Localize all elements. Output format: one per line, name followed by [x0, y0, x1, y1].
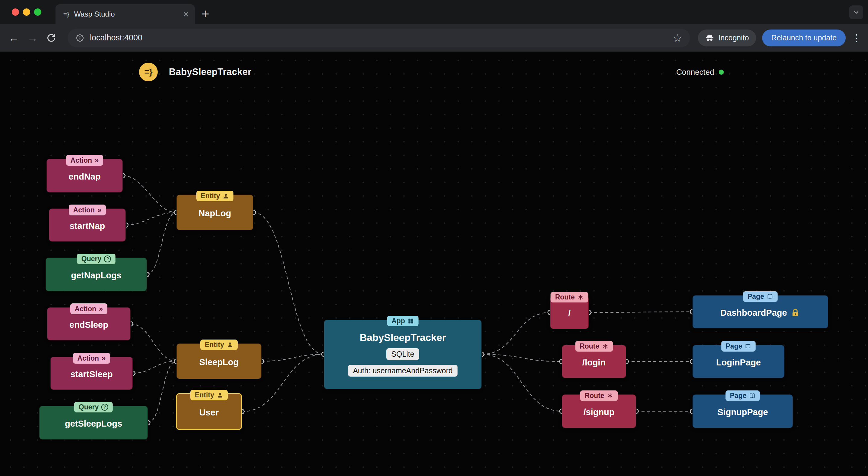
node-query-getSleepLogs[interactable]: Query ? getSleepLogs	[39, 406, 148, 440]
wasp-studio-canvas[interactable]: =} BabySleepTracker Connected	[0, 52, 868, 476]
badge-label: Route	[585, 392, 604, 400]
wasp-logo-glyph: =}	[144, 67, 152, 77]
badge-label: Page	[726, 342, 742, 351]
edge-app-routeroot	[482, 312, 550, 354]
edge-getsleeplogs-sleeplog	[148, 361, 177, 423]
browser-toolbar: ← → localhost:4000 ☆ Incognito Relaunch …	[0, 24, 868, 52]
node-title: User	[199, 408, 219, 417]
bookmark-star-icon[interactable]: ☆	[673, 32, 682, 44]
tab-search-chevron-button[interactable]	[849, 5, 863, 19]
tab-close-icon[interactable]: ×	[183, 9, 189, 19]
route-badge: Route	[550, 292, 588, 303]
grid-icon	[408, 318, 414, 324]
question-circle-icon: ?	[101, 404, 108, 411]
badge-label: Query	[82, 254, 101, 263]
node-action-startNap[interactable]: Action » startNap	[49, 208, 126, 242]
browser-tab[interactable]: =} Wasp Studio ×	[56, 4, 195, 24]
node-title: getNapLogs	[71, 271, 122, 280]
address-bar[interactable]: localhost:4000 ☆	[67, 29, 690, 47]
badge-label: Query	[79, 403, 99, 411]
query-badge: Query ?	[74, 402, 113, 412]
window-controls	[12, 8, 41, 16]
asterisk-route-icon	[578, 294, 584, 300]
badge-label: Route	[555, 293, 575, 302]
edge-naplog-app	[253, 212, 324, 354]
connection-status-label: Connected	[676, 67, 714, 77]
node-app-BabySleepTracker[interactable]: App BabySleepTracker SQLite Auth: userna…	[324, 320, 482, 389]
url-text[interactable]: localhost:4000	[90, 33, 142, 42]
chevrons-right-icon: »	[99, 304, 103, 313]
query-badge: Query ?	[77, 254, 116, 264]
node-title: LoginPage	[716, 358, 761, 368]
node-query-getNapLogs[interactable]: Query ? getNapLogs	[45, 258, 147, 291]
action-badge: Action »	[73, 353, 111, 364]
action-badge: Action »	[70, 303, 108, 314]
fullscreen-window-button[interactable]	[34, 8, 41, 16]
node-route-signup[interactable]: Route /signup	[562, 394, 636, 428]
book-icon	[749, 393, 755, 399]
node-action-endSleep[interactable]: Action » endSleep	[47, 307, 131, 340]
node-route-root[interactable]: Route /	[550, 296, 589, 329]
badge-label: Page	[748, 292, 764, 301]
browser-menu-icon[interactable]: ⋮	[852, 32, 861, 44]
incognito-icon	[705, 33, 714, 42]
asterisk-route-icon	[607, 393, 614, 399]
new-tab-button[interactable]: +	[202, 5, 209, 23]
node-title: startSleep	[70, 369, 113, 379]
edge-app-routelogin	[482, 354, 562, 362]
close-window-button[interactable]	[12, 8, 19, 16]
reload-icon	[46, 33, 56, 43]
site-info-icon[interactable]	[75, 33, 85, 42]
forward-button[interactable]: →	[26, 32, 39, 44]
node-title: SignupPage	[717, 407, 768, 417]
chevrons-right-icon: »	[97, 205, 101, 214]
back-button[interactable]: ←	[7, 32, 21, 44]
action-badge: Action »	[66, 155, 103, 166]
edge-app-routesignup	[482, 354, 562, 411]
action-badge: Action »	[69, 205, 106, 215]
route-badge: Route	[575, 341, 613, 351]
node-action-endNap[interactable]: Action » endNap	[46, 159, 123, 193]
lock-icon	[790, 308, 800, 318]
badge-label: Action	[78, 354, 99, 363]
node-title: /	[568, 308, 570, 318]
badge-label: Entity	[195, 391, 214, 400]
badge-label: Action	[70, 156, 92, 165]
node-title: startNap	[70, 221, 105, 231]
connection-status: Connected	[676, 52, 724, 92]
reload-button[interactable]	[44, 33, 58, 43]
wasp-logo: =}	[139, 63, 158, 81]
person-icon	[223, 193, 229, 199]
node-entity-User[interactable]: Entity User	[176, 393, 242, 430]
node-title: endNap	[68, 172, 100, 182]
route-badge: Route	[580, 390, 618, 401]
person-icon	[227, 342, 233, 348]
node-action-startSleep[interactable]: Action » startSleep	[50, 357, 133, 390]
tab-favicon-icon: =}	[63, 11, 69, 18]
page-badge: Page	[721, 341, 756, 351]
node-title: BabySleepTracker	[360, 332, 446, 343]
badge-label: App	[392, 317, 405, 326]
tab-title: Wasp Studio	[74, 10, 183, 19]
node-page-SignupPage[interactable]: Page SignupPage	[692, 394, 793, 428]
node-page-LoginPage[interactable]: Page LoginPage	[692, 345, 784, 378]
node-entity-SleepLog[interactable]: Entity SleepLog	[177, 343, 261, 379]
node-title: getSleepLogs	[65, 419, 122, 429]
node-entity-NapLog[interactable]: Entity NapLog	[177, 195, 253, 230]
node-title: endSleep	[69, 320, 108, 330]
node-title: /login	[582, 358, 606, 368]
question-circle-icon: ?	[104, 256, 111, 262]
relaunch-update-button[interactable]: Relaunch to update	[762, 30, 846, 46]
badge-label: Action	[75, 305, 96, 313]
chevrons-right-icon: »	[95, 156, 99, 165]
entity-badge: Entity	[190, 390, 228, 400]
node-route-login[interactable]: Route /login	[562, 345, 626, 378]
asterisk-route-icon	[602, 343, 608, 349]
edge-endnap-naplog	[123, 176, 177, 212]
auth-pill: Auth: usernameAndPassword	[348, 365, 458, 377]
page-badge: Page	[725, 390, 760, 401]
minimize-window-button[interactable]	[23, 8, 30, 16]
node-page-DashboardPage[interactable]: Page DashboardPage	[692, 295, 828, 328]
edge-sleeplog-app	[261, 354, 324, 361]
badge-label: Route	[580, 342, 599, 351]
